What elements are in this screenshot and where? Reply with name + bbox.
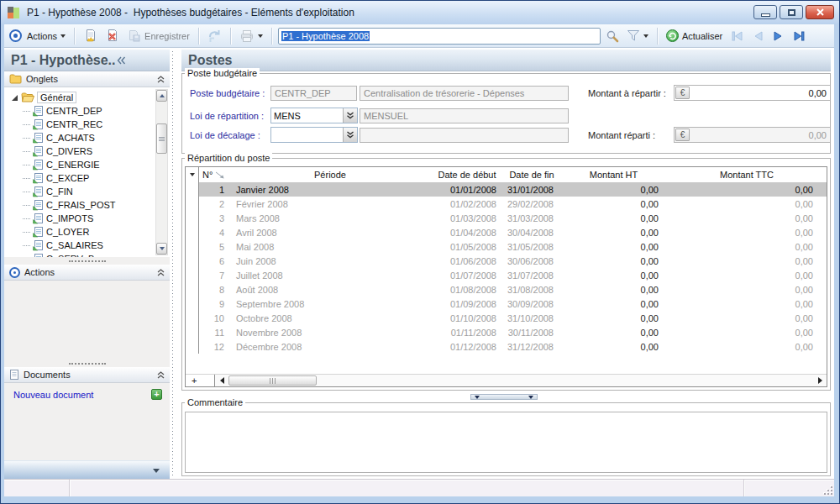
combo-dropdown-button[interactable]: [343, 108, 357, 123]
comment-textarea[interactable]: [185, 412, 827, 473]
double-chevron-down-icon: [346, 112, 354, 119]
sidebar-splitter-handle[interactable]: [4, 257, 170, 265]
tree-item[interactable]: C_IMPOTS: [11, 212, 153, 225]
section-header-documents[interactable]: Documents: [4, 367, 170, 383]
nav-previous-button[interactable]: [749, 29, 767, 44]
tree-expander-icon[interactable]: [11, 94, 18, 102]
montant-a-repartir-field[interactable]: € 0,00: [674, 85, 831, 101]
new-document-link[interactable]: Nouveau document: [13, 390, 93, 400]
horizontal-splitter[interactable]: [470, 394, 538, 400]
tree-item[interactable]: C_SALAIRES: [11, 239, 153, 252]
section-header-actions[interactable]: Actions: [4, 265, 170, 281]
table-row[interactable]: 4Avril 200801/04/200830/04/20080,000,00: [186, 225, 827, 239]
poste-budgetaire-group: Poste budgétaire Poste budgétaire : CENT…: [181, 73, 831, 154]
collapse-section-icon[interactable]: [157, 371, 165, 379]
add-row-button[interactable]: +: [186, 375, 215, 386]
cell-montant-ht: 0,00: [560, 282, 667, 297]
currency-button[interactable]: €: [675, 87, 690, 99]
table-row[interactable]: 1Janvier 200801/01/200831/01/20080,000,0…: [186, 182, 827, 197]
scroll-left-button[interactable]: [215, 375, 228, 386]
combo-dropdown-button[interactable]: [343, 128, 357, 142]
column-header-date-fin[interactable]: Date de fin: [503, 167, 560, 182]
filter-button[interactable]: [624, 28, 651, 44]
tree-item[interactable]: CENTR_REC: [11, 118, 153, 131]
onglets-tree: Général CENTR_DEPCENTR_RECC_ACHATSC_DIVE…: [4, 87, 170, 257]
scrollbar-thumb[interactable]: [156, 123, 167, 154]
tree-item[interactable]: C_FRAIS_POST: [11, 198, 153, 212]
collapse-panel-icon[interactable]: [117, 56, 126, 65]
loi-decalage-value: [271, 128, 343, 142]
table-row[interactable]: 10Octobre 200801/10/200831/10/20080,000,…: [186, 311, 827, 325]
tree-item[interactable]: C_DIVERS: [11, 144, 153, 158]
table-row[interactable]: 12Décembre 200801/12/200831/12/20080,000…: [186, 339, 827, 354]
print-button[interactable]: [237, 28, 265, 45]
tree-item[interactable]: C_EXCEP: [11, 171, 153, 185]
tree-item[interactable]: C_ACHATS: [11, 131, 153, 144]
minimize-button[interactable]: [753, 5, 777, 19]
nav-last-button[interactable]: [790, 29, 809, 44]
column-header-montant-ttc[interactable]: Montant TTC: [667, 167, 827, 182]
app-logo-icon: [8, 7, 20, 18]
sidebar-collapse-bar[interactable]: [4, 460, 170, 479]
column-header-n[interactable]: N°: [199, 167, 229, 182]
table-row[interactable]: 5Mai 200801/05/200831/05/20080,000,00: [186, 239, 827, 254]
cell-montant-ht: 0,00: [560, 254, 667, 268]
refresh-button[interactable]: [205, 28, 224, 45]
loi-repartition-combo[interactable]: MENS: [270, 108, 358, 123]
cell-periode: Juin 2008: [229, 254, 431, 268]
loi-decalage-combo[interactable]: [270, 127, 358, 143]
scroll-right-button[interactable]: [813, 375, 827, 386]
nav-next-button[interactable]: [769, 29, 787, 44]
tree-item[interactable]: C_LOYER: [11, 225, 153, 239]
actions-bullseye-icon: [9, 267, 20, 278]
tree-item[interactable]: C_FIN: [11, 185, 153, 198]
search-button[interactable]: [603, 28, 622, 45]
table-row[interactable]: 6Juin 200801/06/200830/06/20080,000,00: [186, 254, 827, 268]
new-record-button[interactable]: [81, 27, 100, 45]
collapse-section-icon[interactable]: [157, 76, 165, 83]
horizontal-scrollbar[interactable]: [215, 375, 827, 386]
cell-date-debut: 01/10/2008: [431, 311, 503, 325]
tree-item-label: C_IMPOTS: [46, 213, 93, 223]
column-header-periode[interactable]: Période: [229, 167, 431, 182]
tree-item[interactable]: CENTR_DEP: [11, 104, 153, 118]
table-row[interactable]: 3Mars 200801/03/200831/03/20080,000,00: [186, 211, 827, 225]
tree-item[interactable]: C_SERV_B: [11, 252, 153, 257]
close-button[interactable]: [806, 5, 834, 19]
app-window: P1 - Hypothèse 2008 - Hypothèses budgéta…: [0, 0, 840, 504]
cell-periode: Novembre 2008: [229, 325, 431, 339]
table-row[interactable]: 11Novembre 200801/11/200830/11/20080,000…: [186, 325, 827, 339]
actions-menu-button[interactable]: Actions: [24, 29, 68, 43]
scroll-down-button[interactable]: [156, 243, 167, 255]
table-row[interactable]: 9Septembre 200801/09/200830/09/20080,000…: [186, 297, 827, 311]
actualiser-button[interactable]: Actualiser: [664, 28, 725, 44]
search-input[interactable]: P1 - Hypothèse 2008: [278, 28, 601, 45]
table-row[interactable]: 8Août 200801/08/200831/08/20080,000,00: [186, 282, 827, 297]
sidebar-panel-title: P1 - Hypothèse..: [4, 50, 170, 71]
scrollbar-thumb[interactable]: [228, 375, 317, 386]
collapse-section-icon[interactable]: [157, 269, 165, 276]
toolbar-separator: [657, 28, 658, 45]
scroll-up-button[interactable]: [156, 90, 167, 102]
section-header-onglets[interactable]: Onglets: [4, 71, 170, 87]
tree-root-general[interactable]: Général: [11, 91, 153, 104]
onglets-label: Onglets: [26, 74, 58, 84]
column-header-montant-ht[interactable]: Montant HT: [560, 167, 667, 182]
tree-item[interactable]: C_ENERGIE: [11, 158, 153, 171]
maximize-button[interactable]: [780, 5, 803, 19]
tree-scrollbar[interactable]: [155, 89, 168, 255]
column-header-date-debut[interactable]: Date de début: [431, 167, 503, 182]
table-row[interactable]: 2Février 200801/02/200829/02/20080,000,0…: [186, 197, 827, 211]
save-button[interactable]: Enregistrer: [124, 27, 192, 45]
cell-n: 10: [199, 311, 229, 325]
table-menu-button[interactable]: [186, 167, 199, 182]
delete-record-button[interactable]: [102, 27, 122, 45]
sidebar: P1 - Hypothèse.. Onglets Général: [4, 50, 170, 479]
nav-first-button[interactable]: [727, 29, 747, 44]
add-document-button[interactable]: +: [151, 389, 162, 400]
nav-next-icon: [772, 30, 785, 42]
table-row[interactable]: 7Juillet 200801/07/200831/07/20080,000,0…: [186, 268, 827, 282]
panel-splitter[interactable]: [170, 50, 176, 479]
resize-grip[interactable]: [822, 485, 832, 495]
sidebar-splitter-handle[interactable]: [4, 360, 170, 367]
